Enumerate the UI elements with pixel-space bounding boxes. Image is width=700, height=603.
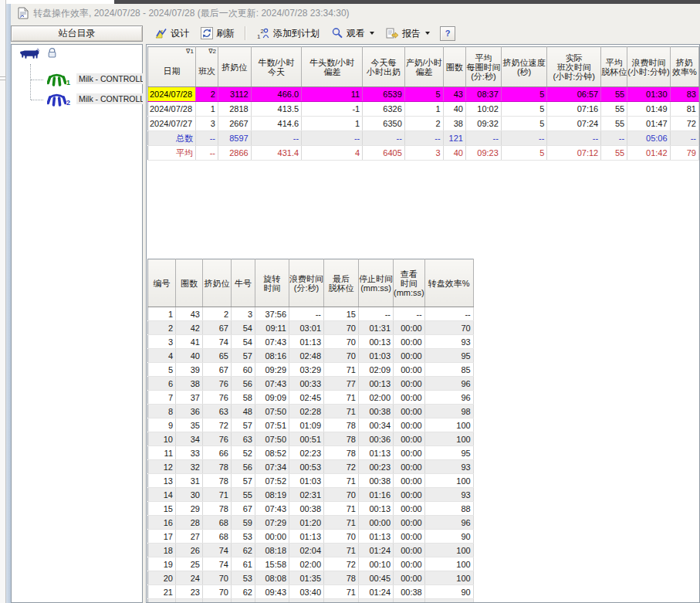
table-cell: 96 — [424, 391, 473, 405]
table-cell: 5 — [501, 102, 546, 117]
table-cell: 60 — [232, 363, 255, 377]
table-cell: 14 — [148, 488, 176, 502]
column-header[interactable]: 今天每 小时出奶 — [363, 47, 405, 87]
table-row[interactable]: 341745407:4301:137000:1300:0093 — [148, 335, 474, 349]
table-cell: 77 — [324, 377, 359, 391]
table-cell: 12 — [148, 460, 176, 474]
column-header[interactable]: 浪费时间 (分:秒) — [289, 259, 324, 307]
table-cell: 10 — [148, 432, 176, 446]
tree-item-milk-2[interactable]: 2 Milk - CONTROLL — [12, 90, 142, 110]
table-row[interactable]: 737765809:0902:457102:0000:0096 — [148, 391, 474, 405]
table-cell: 03:29 — [289, 363, 324, 377]
turn-detail-body: 1432337:56--15------242675409:1103:01700… — [148, 307, 474, 603]
table-row[interactable]: 1430715508:1902:317001:1600:0093 — [148, 488, 474, 502]
table-cell: 40 — [443, 102, 465, 117]
table-row[interactable]: 539676009:2903:297102:0900:0085 — [148, 363, 474, 377]
table-row[interactable]: 1628685907:2901:207100:0000:0096 — [148, 516, 474, 530]
column-header[interactable]: 牛数/小时 今天 — [251, 47, 301, 87]
table-row[interactable]: 1232785607:3400:537200:2300:0093 — [148, 460, 474, 474]
table-row[interactable]: 1331785707:5201:037100:3800:00100 — [148, 474, 474, 488]
column-header[interactable]: 实际 班次时间 (小时:分钟) — [547, 47, 601, 87]
sort-indicator: ∇2 — [196, 47, 218, 55]
table-cell: 413.5 — [251, 102, 301, 117]
column-header[interactable]: 挤奶位速度 (秒) — [501, 47, 546, 87]
table-row[interactable]: 1034766307:5000:517800:3600:00100 — [148, 432, 474, 446]
table-cell: 48 — [232, 405, 255, 418]
report-button[interactable]: 报告 — [381, 25, 435, 42]
column-header[interactable]: 平均 每圈时间 (分:秒) — [465, 47, 501, 87]
design-label: 设计 — [171, 27, 189, 40]
table-cell: 70 — [324, 335, 359, 349]
table-row[interactable]: 2024/07/2732667414.61635023809:32507:245… — [148, 117, 699, 131]
table-cell: 6 — [148, 377, 176, 391]
refresh-button[interactable]: 刷新 — [196, 25, 239, 42]
column-header[interactable]: 平均 脱杯位 — [601, 47, 627, 87]
table-row[interactable]: 440655708:1602:487001:0300:0095 — [148, 349, 474, 363]
column-header[interactable]: 牛号 — [232, 259, 255, 307]
table-row[interactable]: 2123706209:4303:407101:2400:3890 — [148, 585, 474, 599]
table-cell: -- — [302, 131, 363, 146]
table-cell: 56 — [232, 377, 255, 391]
table-row[interactable]: 2024/07/2823112466.011653954308:37506:57… — [148, 87, 699, 102]
table-row[interactable]: 935725707:5101:097800:3400:00100 — [148, 418, 474, 432]
table-row[interactable]: 2222736307:5500:367800:1100:00100 — [148, 599, 474, 603]
column-header[interactable]: 编号 — [148, 259, 176, 307]
column-header[interactable]: 查看 时间 (mm:ss) — [394, 259, 425, 307]
table-cell: 08:19 — [255, 488, 289, 502]
column-header[interactable]: 产奶/小时 偏差 — [404, 47, 443, 87]
table-cell: 00:00 — [394, 530, 425, 544]
column-header[interactable]: 圈数 — [443, 47, 465, 87]
tree-connector — [31, 100, 43, 100]
cow-icon — [19, 48, 40, 61]
table-row[interactable]: 638765607:4300:337700:1300:0096 — [148, 377, 474, 391]
table-cell: -- — [195, 131, 218, 146]
tree-item-milk-1[interactable]: 1 Milk - CONTROLL — [12, 69, 142, 90]
column-header[interactable]: 旋转 时间 — [255, 259, 289, 307]
table-cell: 00:34 — [359, 418, 394, 432]
table-row[interactable]: 1529786707:4300:387100:1300:0088 — [148, 502, 474, 516]
table-row[interactable]: 1727685300:0001:137001:1300:0090 — [148, 530, 474, 544]
refresh-label: 刷新 — [216, 27, 235, 40]
table-cell: 09:11 — [255, 321, 289, 335]
column-header[interactable]: 停止时间 (mm:ss) — [359, 259, 394, 307]
table-cell: 33 — [176, 446, 203, 460]
table-cell: 63 — [232, 432, 255, 446]
table-cell: 88 — [424, 502, 473, 516]
table-row[interactable]: 2024705308:0801:357800:4500:00100 — [148, 571, 474, 585]
table-row[interactable]: 总数--8597--------121--------05:06-- — [148, 131, 699, 146]
table-cell: 37 — [176, 391, 203, 405]
table-row[interactable]: 836634807:5002:287100:3800:0098 — [148, 405, 474, 418]
table-row[interactable]: 1432337:56--15------ — [148, 307, 474, 321]
table-cell: 55 — [601, 102, 627, 117]
design-button[interactable]: 设计 — [150, 25, 194, 42]
table-row[interactable]: 1133665208:5202:237801:1300:0095 — [148, 446, 474, 460]
table-row[interactable]: 242675409:1103:017001:3100:0070 — [148, 321, 474, 335]
help-button[interactable]: ? — [440, 26, 455, 41]
table-row[interactable]: 1925746115:5802:007200:1000:00100 — [148, 557, 474, 571]
add-to-plan-button[interactable]: 1 2 添加到计划 — [252, 25, 324, 42]
table-row[interactable]: 2024/07/2812818413.5-1632614010:02507:16… — [148, 102, 699, 117]
column-header[interactable]: 圈数 — [176, 259, 203, 307]
column-header[interactable]: 牛头数/小时 偏差 — [302, 47, 363, 87]
report-dropdown-caret[interactable] — [425, 32, 430, 35]
column-header[interactable]: 挤奶 效率% — [670, 47, 698, 87]
table-cell: 15:58 — [255, 557, 289, 571]
turn-detail-header-row: 编号圈数挤奶位牛号旋转 时间浪费时间 (分:秒)最后 脱杯位停止时间 (mm:s… — [148, 259, 474, 307]
table-row[interactable]: 1826746208:1802:047101:2400:00100 — [148, 544, 474, 557]
column-header[interactable]: 转盘效率% — [424, 259, 473, 307]
column-header[interactable]: 最后 脱杯位 — [324, 259, 359, 307]
sidebar-header[interactable]: 站台目录 — [11, 25, 143, 42]
column-header[interactable]: ∇1日期 — [148, 47, 196, 87]
table-cell: 07:29 — [255, 516, 289, 530]
table-row[interactable]: 平均--2866431.44640534009:23507:125501:427… — [148, 146, 699, 161]
table-cell: -- — [404, 131, 443, 146]
column-header[interactable]: 挤奶位 — [218, 47, 251, 87]
watch-dropdown-caret[interactable] — [370, 32, 374, 35]
column-header[interactable]: 挤奶位 — [203, 259, 232, 307]
table-cell: 39 — [176, 363, 203, 377]
column-header[interactable]: 浪费时间 (小时:分钟) — [627, 47, 670, 87]
table-cell: 8 — [148, 405, 176, 418]
watch-button[interactable]: 观看 — [326, 25, 379, 42]
column-header[interactable]: ∇2班次 — [195, 47, 218, 87]
table-cell: 71 — [324, 405, 359, 418]
